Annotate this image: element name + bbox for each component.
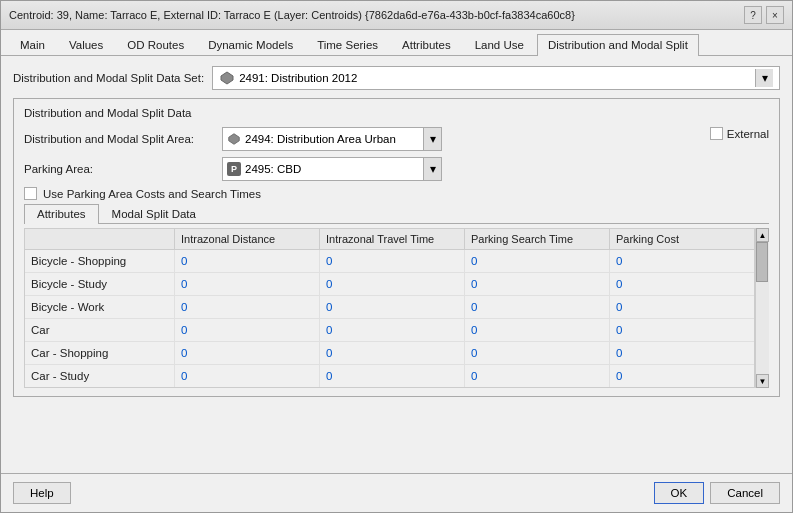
tab-land-use[interactable]: Land Use [464,34,535,55]
tab-time-series[interactable]: Time Series [306,34,389,55]
table-row: Car 0 0 0 0 [25,319,754,342]
svg-marker-1 [229,134,240,145]
parking-icon: P [227,162,241,176]
row-4-name: Car [25,319,175,341]
row-6-val-0[interactable]: 0 [175,365,320,387]
dataset-select[interactable]: 2491: Distribution 2012 ▾ [212,66,780,90]
table-row: Car - Study 0 0 0 0 [25,365,754,387]
scroll-down-btn[interactable]: ▼ [756,374,769,388]
title-controls: ? × [744,6,784,24]
group-title: Distribution and Modal Split Data [24,107,769,119]
scroll-up-btn[interactable]: ▲ [756,228,769,242]
row-2-val-0[interactable]: 0 [175,273,320,295]
distribution-area-label: Distribution and Modal Split Area: [24,133,214,145]
table-row: Car - Shopping 0 0 0 0 [25,342,754,365]
table-row: Bicycle - Work 0 0 0 0 [25,296,754,319]
row-3-name: Bicycle - Work [25,296,175,318]
row-1-val-3[interactable]: 0 [610,250,754,272]
table-wrap: Intrazonal Distance Intrazonal Travel Ti… [24,228,769,388]
parking-area-inner: P 2495: CBD [223,162,423,176]
dataset-label: Distribution and Modal Split Data Set: [13,72,204,84]
tab-main[interactable]: Main [9,34,56,55]
table-row: Bicycle - Shopping 0 0 0 0 [25,250,754,273]
row-1-val-2[interactable]: 0 [465,250,610,272]
distribution-area-value: 2494: Distribution Area Urban [245,133,396,145]
row-2-name: Bicycle - Study [25,273,175,295]
row-1-val-0[interactable]: 0 [175,250,320,272]
row-6-val-2[interactable]: 0 [465,365,610,387]
title-text: Centroid: 39, Name: Tarraco E, External … [9,9,744,21]
svg-marker-0 [221,72,233,84]
table-row: Bicycle - Study 0 0 0 0 [25,273,754,296]
row-3-val-2[interactable]: 0 [465,296,610,318]
help-title-btn[interactable]: ? [744,6,762,24]
tab-distribution[interactable]: Distribution and Modal Split [537,34,699,56]
footer-right: OK Cancel [654,482,780,504]
tab-attributes[interactable]: Attributes [391,34,462,55]
row-5-val-0[interactable]: 0 [175,342,320,364]
dataset-value: 2491: Distribution 2012 [239,72,755,84]
inner-tab-attributes[interactable]: Attributes [24,204,99,224]
row-4-val-2[interactable]: 0 [465,319,610,341]
row-3-val-1[interactable]: 0 [320,296,465,318]
dataset-select-inner: 2491: Distribution 2012 [219,70,755,86]
external-checkbox[interactable] [710,127,723,140]
col-header-name [25,229,175,249]
tab-bar: Main Values OD Routes Dynamic Models Tim… [1,30,792,56]
help-button[interactable]: Help [13,482,71,504]
close-title-btn[interactable]: × [766,6,784,24]
row-5-val-1[interactable]: 0 [320,342,465,364]
parking-area-arrow[interactable]: ▾ [423,158,441,180]
col-header-search-time: Parking Search Time [465,229,610,249]
external-row: External [710,127,769,140]
row-2-val-3[interactable]: 0 [610,273,754,295]
group-box: Distribution and Modal Split Data Distri… [13,98,780,397]
row-5-val-2[interactable]: 0 [465,342,610,364]
distribution-area-dropdown[interactable]: 2494: Distribution Area Urban ▾ [222,127,442,151]
dataset-dropdown-arrow[interactable]: ▾ [755,69,773,87]
row-6-val-1[interactable]: 0 [320,365,465,387]
row-5-name: Car - Shopping [25,342,175,364]
parking-area-dropdown[interactable]: P 2495: CBD ▾ [222,157,442,181]
row-3-val-0[interactable]: 0 [175,296,320,318]
title-bar: Centroid: 39, Name: Tarraco E, External … [1,1,792,30]
row-2-val-1[interactable]: 0 [320,273,465,295]
distribution-area-row: Distribution and Modal Split Area: 2494:… [24,127,710,151]
row-6-name: Car - Study [25,365,175,387]
inner-tab-bar: Attributes Modal Split Data [24,204,769,224]
col-header-intrazonal-dist: Intrazonal Distance [175,229,320,249]
distribution-area-icon [227,132,241,146]
inner-tab-modal-split[interactable]: Modal Split Data [99,204,209,223]
row-3-val-3[interactable]: 0 [610,296,754,318]
tab-od-routes[interactable]: OD Routes [116,34,195,55]
row-6-val-3[interactable]: 0 [610,365,754,387]
col-header-parking-cost: Parking Cost [610,229,754,249]
parking-area-value: 2495: CBD [245,163,301,175]
dataset-row: Distribution and Modal Split Data Set: 2… [13,66,780,90]
distribution-area-arrow[interactable]: ▾ [423,128,441,150]
row-2-val-2[interactable]: 0 [465,273,610,295]
distribution-area-inner: 2494: Distribution Area Urban [223,132,423,146]
row-4-val-0[interactable]: 0 [175,319,320,341]
scrollbar[interactable]: ▲ ▼ [755,228,769,388]
parking-costs-row: Use Parking Area Costs and Search Times [24,187,710,200]
row-1-name: Bicycle - Shopping [25,250,175,272]
table-body: Bicycle - Shopping 0 0 0 0 Bicycle - Stu… [25,250,754,387]
parking-costs-label: Use Parking Area Costs and Search Times [43,188,261,200]
row-5-val-3[interactable]: 0 [610,342,754,364]
ok-button[interactable]: OK [654,482,705,504]
dialog: Centroid: 39, Name: Tarraco E, External … [0,0,793,513]
parking-costs-checkbox[interactable] [24,187,37,200]
row-4-val-3[interactable]: 0 [610,319,754,341]
row-1-val-1[interactable]: 0 [320,250,465,272]
tab-values[interactable]: Values [58,34,114,55]
data-table: Intrazonal Distance Intrazonal Travel Ti… [24,228,755,388]
scroll-thumb[interactable] [756,242,768,282]
tab-dynamic-models[interactable]: Dynamic Models [197,34,304,55]
row-4-val-1[interactable]: 0 [320,319,465,341]
table-header: Intrazonal Distance Intrazonal Travel Ti… [25,229,754,250]
col-header-travel-time: Intrazonal Travel Time [320,229,465,249]
parking-area-label: Parking Area: [24,163,214,175]
parking-area-row: Parking Area: P 2495: CBD ▾ [24,157,710,181]
cancel-button[interactable]: Cancel [710,482,780,504]
